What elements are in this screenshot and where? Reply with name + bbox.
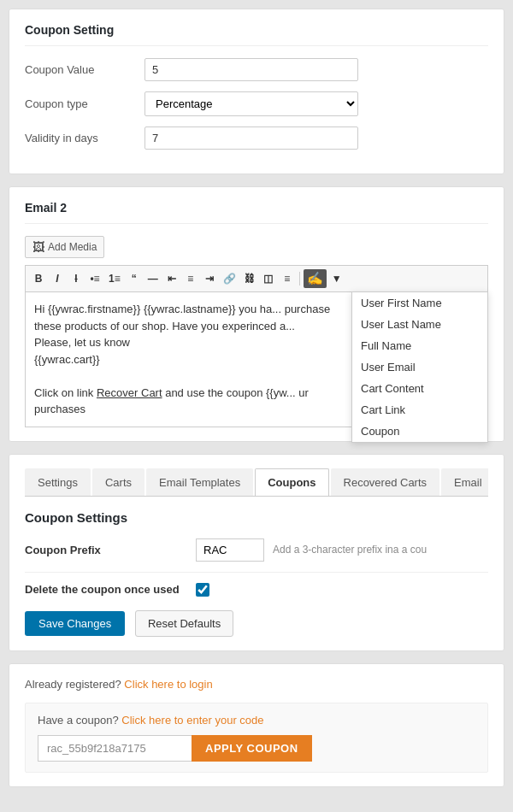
already-registered-text: Already registered? Click here to login bbox=[25, 678, 488, 691]
delete-coupon-row: Delete the coupon once used bbox=[25, 583, 488, 597]
enter-code-link[interactable]: Click here to enter your code bbox=[121, 714, 263, 727]
coupon-settings-title: Coupon Settings bbox=[25, 510, 488, 525]
coupon-code-input[interactable] bbox=[38, 735, 192, 762]
toolbar-divider bbox=[299, 272, 300, 285]
coupon-value-row: Coupon Value bbox=[25, 58, 488, 81]
tab-settings[interactable]: Settings bbox=[25, 468, 91, 496]
add-media-label: Add Media bbox=[48, 241, 97, 253]
var-user-email[interactable]: User Email bbox=[352, 356, 487, 378]
tab-coupons[interactable]: Coupons bbox=[255, 468, 328, 497]
more-button[interactable]: ≡ bbox=[279, 271, 296, 286]
italic-button[interactable]: I bbox=[49, 271, 66, 286]
coupon-section: Have a coupon? Click here to enter your … bbox=[25, 703, 488, 773]
validity-input[interactable] bbox=[144, 127, 358, 150]
tab-recovered-carts[interactable]: Recovered Carts bbox=[331, 468, 440, 496]
table-button[interactable]: ◫ bbox=[260, 271, 277, 286]
blockquote-button[interactable]: “ bbox=[126, 271, 143, 286]
coupon-type-label: Coupon type bbox=[25, 97, 144, 110]
have-coupon-label: Have a coupon? bbox=[38, 714, 119, 727]
editor-container: Hi {{ywrac.firstname}} {{ywrac.lastname}… bbox=[25, 291, 488, 427]
add-media-icon: 🖼 bbox=[32, 240, 44, 254]
email2-title: Email 2 bbox=[25, 201, 488, 224]
coupon-input-row: APPLY COUPON bbox=[38, 735, 475, 762]
coupon-prefix-input[interactable] bbox=[196, 538, 264, 562]
editor-toolbar: B I I •≡ 1≡ “ — ⇤ ≡ ⇥ 🔗 ⛓ ◫ ≡ ✍ ▼ bbox=[25, 265, 488, 291]
var-cart-link[interactable]: Cart Link bbox=[352, 399, 487, 421]
hr-button[interactable]: — bbox=[144, 271, 162, 286]
save-changes-button[interactable]: Save Changes bbox=[25, 611, 125, 636]
unlink-button[interactable]: ⛓ bbox=[241, 271, 258, 286]
add-media-button[interactable]: 🖼 Add Media bbox=[25, 236, 104, 258]
var-user-last-name[interactable]: User Last Name bbox=[352, 314, 487, 335]
link-button[interactable]: 🔗 bbox=[220, 271, 239, 286]
tab-bar: Settings Carts Email Templates Coupons R… bbox=[25, 468, 488, 497]
coupon-setting-title: Coupon Setting bbox=[25, 23, 488, 46]
coupon-prefix-label: Coupon Prefix bbox=[25, 544, 196, 556]
action-buttons: Save Changes Reset Defaults bbox=[25, 610, 488, 637]
have-coupon-text: Have a coupon? Click here to enter your … bbox=[38, 714, 475, 727]
variable-dropdown: User First Name User Last Name Full Name… bbox=[351, 291, 488, 443]
tabs-panel: Settings Carts Email Templates Coupons R… bbox=[9, 454, 504, 651]
variable-button[interactable]: ✍ bbox=[304, 269, 327, 288]
align-center-button[interactable]: ≡ bbox=[182, 271, 199, 286]
ol-button[interactable]: 1≡ bbox=[105, 271, 124, 286]
bold-button[interactable]: B bbox=[30, 271, 47, 286]
align-right-button[interactable]: ⇥ bbox=[201, 271, 218, 286]
registered-label: Already registered? bbox=[25, 678, 121, 691]
tab-email-templates[interactable]: Email Templates bbox=[146, 468, 253, 496]
delete-coupon-label: Delete the coupon once used bbox=[25, 583, 196, 596]
var-user-first-name[interactable]: User First Name bbox=[352, 292, 487, 314]
coupon-prefix-hint: Add a 3-character prefix ina a cou bbox=[273, 544, 427, 556]
login-link[interactable]: Click here to login bbox=[124, 678, 212, 691]
reset-defaults-button[interactable]: Reset Defaults bbox=[135, 610, 233, 637]
coupon-prefix-row: Coupon Prefix Add a 3-character prefix i… bbox=[25, 538, 488, 573]
coupon-value-label: Coupon Value bbox=[25, 63, 144, 76]
align-left-button[interactable]: ⇤ bbox=[163, 271, 180, 286]
ul-button[interactable]: •≡ bbox=[86, 271, 103, 286]
coupon-type-select[interactable]: Percentage Fixed bbox=[144, 91, 358, 116]
email2-panel: Email 2 🖼 Add Media B I I •≡ 1≡ “ — ⇤ ≡ … bbox=[9, 186, 504, 442]
registration-panel: Already registered? Click here to login … bbox=[9, 663, 504, 787]
tab-carts[interactable]: Carts bbox=[92, 468, 144, 496]
var-cart-content[interactable]: Cart Content bbox=[352, 378, 487, 399]
delete-coupon-checkbox[interactable] bbox=[196, 583, 209, 597]
coupon-setting-panel: Coupon Setting Coupon Value Coupon type … bbox=[9, 9, 504, 174]
apply-coupon-button[interactable]: APPLY COUPON bbox=[192, 735, 312, 762]
expand-button[interactable]: ▼ bbox=[328, 271, 345, 286]
coupon-value-input[interactable] bbox=[144, 58, 358, 81]
var-coupon[interactable]: Coupon bbox=[352, 421, 487, 442]
var-full-name[interactable]: Full Name bbox=[352, 335, 487, 356]
coupon-type-row: Coupon type Percentage Fixed bbox=[25, 91, 488, 116]
tab-email[interactable]: Email bbox=[441, 468, 488, 496]
strike-button[interactable]: I bbox=[68, 271, 85, 286]
validity-label: Validity in days bbox=[25, 132, 144, 144]
validity-row: Validity in days bbox=[25, 127, 488, 150]
